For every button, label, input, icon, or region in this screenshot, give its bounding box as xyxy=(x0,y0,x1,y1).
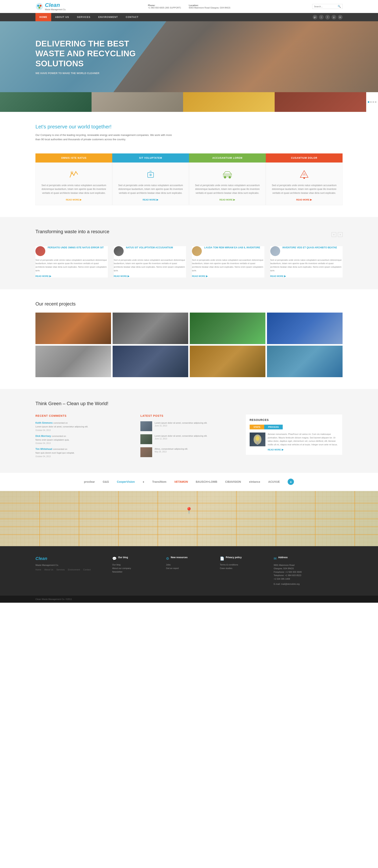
post-item-2: Lorem ipsum dolor sit amet, consectetur … xyxy=(140,434,238,444)
comment-author-1[interactable]: Keith Simmons xyxy=(35,422,53,424)
footer-link-terms[interactable]: Terms & conditions xyxy=(220,563,266,566)
footer-address-col: ✉ Address 9901 Mainmore RoadGlasgow, G04… xyxy=(274,556,343,586)
footer-link-jobs[interactable]: Jobs xyxy=(166,563,212,566)
brand-9[interactable]: ●Intans● xyxy=(249,480,260,483)
footer-link-report[interactable]: Get an report xyxy=(166,567,212,569)
read-more-1[interactable]: READ MORE xyxy=(66,198,79,201)
nav-item-home[interactable]: HOME xyxy=(35,13,51,21)
project-thumb-5[interactable] xyxy=(35,346,111,377)
social-pinterest[interactable]: p xyxy=(332,15,336,20)
social-linkedin[interactable]: in xyxy=(338,15,343,20)
think-green-grid: RECENT COMMENTS Keith Simmons commented … xyxy=(35,414,343,461)
nav-item-about[interactable]: ABOUT US xyxy=(51,13,73,21)
post-item-3: Athos, consectetuer adipiscing elit. May… xyxy=(140,447,238,457)
feature-icon-1 xyxy=(68,168,80,180)
footer-logo: Clean xyxy=(35,556,104,561)
team-card-header-1: PERSIATIS UNDE OMNIS ISTE NATUS ERROR SI… xyxy=(35,246,108,256)
team-read-more-3[interactable]: READ MORE xyxy=(192,275,205,277)
svg-point-10 xyxy=(304,177,305,179)
brand-5[interactable]: TransiNom xyxy=(152,480,166,483)
dot-2[interactable] xyxy=(370,101,372,103)
logo[interactable]: Clean Waste Management Co. xyxy=(35,2,66,11)
dot-4[interactable] xyxy=(375,101,376,103)
read-more-3[interactable]: READ MORE xyxy=(220,198,233,201)
nav-item-services[interactable]: SERVICES xyxy=(73,13,94,21)
footer-nav-services[interactable]: Services xyxy=(57,568,65,571)
footer: Clean Waste Management Co. Home About Us… xyxy=(0,546,378,603)
brand-8[interactable]: CIBAVISION xyxy=(225,480,241,483)
team-name-2: NATUS SIT VOLUPTATEM ACCUSANTIUM xyxy=(126,246,173,256)
footer-link-newsletter[interactable]: Newsletter xyxy=(112,570,158,573)
footer-nav-contact[interactable]: Contact xyxy=(83,568,91,571)
project-thumb-7[interactable] xyxy=(190,346,265,377)
search-input[interactable] xyxy=(314,5,338,8)
resources-box: RESOURCES STATS PROCESS xyxy=(246,414,343,455)
footer-nav-home[interactable]: Home xyxy=(35,568,41,571)
feature-text-2: Sed ut perspiciatis unde omnis natus vol… xyxy=(116,184,185,195)
read-more-4[interactable]: READ MORE xyxy=(296,198,310,201)
search-icon[interactable]: 🔍 xyxy=(338,5,341,8)
dot-3[interactable] xyxy=(373,101,374,103)
footer-nav-environment[interactable]: Environment xyxy=(68,568,80,571)
brand-2[interactable]: G&G xyxy=(103,480,109,483)
tab-process[interactable]: PROCESS xyxy=(264,425,283,429)
footer-link-blog[interactable]: Our blog xyxy=(112,563,158,566)
project-thumb-6[interactable] xyxy=(113,346,188,377)
post-date-2: June 12, 2013 xyxy=(155,438,207,440)
hero-thumb-1[interactable] xyxy=(0,92,92,112)
social-twitter[interactable]: t xyxy=(319,15,324,20)
hero-content: DELIVERING THE BEST WASTE AND RECYCLING … xyxy=(35,39,154,75)
next-arrow[interactable]: › xyxy=(338,232,343,237)
hero-thumbs-container xyxy=(0,92,378,112)
scroll-top-button[interactable]: ▲ xyxy=(288,478,294,485)
footer-email: E-mail: mail@demolink.org xyxy=(274,582,343,586)
project-thumb-3[interactable] xyxy=(190,313,265,344)
footer-link-about-company[interactable]: About our company xyxy=(112,567,158,569)
search-box[interactable]: 🔍 xyxy=(312,4,343,9)
team-read-more-2[interactable]: READ MORE xyxy=(114,275,127,277)
comment-date-2: October 04, 2013 xyxy=(35,442,132,444)
feature-body-2: Sed ut perspiciatis unde omnis natus vol… xyxy=(112,162,189,205)
tab-stats[interactable]: STATS xyxy=(250,425,264,429)
project-thumb-4[interactable] xyxy=(267,313,343,344)
team-desc-4: Sed ut perspiciatis unde omnis natus vol… xyxy=(270,258,343,272)
brand-6[interactable]: VETAMON xyxy=(174,480,188,483)
features-section: OMNIS ISTE NATUS Sed ut perspiciatis und… xyxy=(0,153,378,205)
social-facebook[interactable]: f xyxy=(325,15,330,20)
social-googleplus[interactable]: g+ xyxy=(313,15,317,20)
team-read-more-4[interactable]: READ MORE xyxy=(270,275,284,277)
hero-thumb-3[interactable] xyxy=(183,92,275,112)
nav-item-environment[interactable]: ENVIRONMENT xyxy=(94,13,122,21)
team-card-2: NATUS SIT VOLUPTATEM ACCUSANTIUM Sed ut … xyxy=(114,246,186,278)
phone-info: Phone: +1 983 650 6835 (365 SUPPORT) xyxy=(148,4,181,9)
footer-address-title: Address xyxy=(278,556,288,559)
projects-title: Our recent projects xyxy=(35,301,343,307)
resources-read-more[interactable]: READ MORE xyxy=(268,448,281,451)
team-read-more-1[interactable]: READ MORE xyxy=(35,275,49,277)
transform-section: Transforming waste into a resource ‹ › P… xyxy=(0,217,378,289)
svg-point-9 xyxy=(228,176,231,179)
feature-card-2: SIT VOLUPTATEM Sed ut perspiciatis unde … xyxy=(112,153,189,205)
brands-section: proxlear G&G CooperVision ● TransiNom VE… xyxy=(0,472,378,491)
prev-arrow[interactable]: ‹ xyxy=(332,232,336,237)
brand-7[interactable]: BAUSCH+LOMB xyxy=(196,480,217,483)
footer-nav-about[interactable]: About Us xyxy=(44,568,53,571)
comment-author-2[interactable]: Dick Morrisey xyxy=(35,435,51,437)
project-thumb-1[interactable] xyxy=(35,313,111,344)
team-card-header-4: INVENTORE VEIS ET QUASI ARCHIBTO BEATAE xyxy=(270,246,343,256)
brand-1[interactable]: proxlear xyxy=(84,480,95,483)
read-more-2[interactable]: READ MORE xyxy=(143,198,156,201)
comment-author-3[interactable]: Tim Whitehead xyxy=(35,448,52,451)
project-thumb-8[interactable] xyxy=(267,346,343,377)
hero-thumb-4[interactable] xyxy=(275,92,366,112)
nav-item-contact[interactable]: CONTACT xyxy=(122,13,143,21)
hero-thumb-2[interactable] xyxy=(92,92,183,112)
resources-section: RESOURCES STATS PROCESS xyxy=(246,414,343,461)
team-arrow-2: ▶ xyxy=(128,275,130,278)
footer-link-case-studies[interactable]: Case studies xyxy=(220,567,266,569)
project-thumb-2[interactable] xyxy=(113,313,188,344)
brand-3[interactable]: CooperVision xyxy=(117,480,135,483)
dot-1[interactable] xyxy=(368,101,369,103)
brand-4[interactable]: ● xyxy=(143,480,144,483)
brand-10[interactable]: ACUVUE xyxy=(268,480,280,483)
